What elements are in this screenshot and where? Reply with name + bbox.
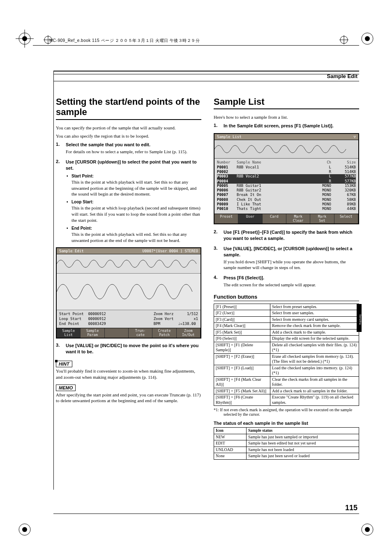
table-header: Number Sample Name Ch Size: [217, 160, 356, 164]
intro-text: You can specify the portion of the sampl…: [56, 125, 201, 131]
page-rule: [53, 71, 359, 74]
page-header-title: Sample Edit: [327, 73, 357, 79]
bullet-item: Start Point: This is the point at which …: [66, 174, 201, 198]
register-mark: [339, 35, 348, 44]
fkey-create-patch: Create Patch: [152, 328, 176, 338]
svg-point-5: [365, 36, 370, 41]
step-item: Use [F1 (Preset)]–[F3 (Card)] to specify…: [214, 229, 359, 242]
table-row: EDITSample has been edited but not yet s…: [214, 440, 359, 447]
table-row: [SHIFT] + [F4 (Mark Clear All)]Clear the…: [214, 376, 359, 388]
fkey-mark-set: Mark Set: [310, 214, 334, 223]
function-buttons-table: [F1 (Preset)]Select from preset samples.…: [214, 304, 359, 406]
step-item: Select the sample that you want to edit.…: [56, 142, 201, 155]
table-row: [F3 (Card)]Select from memory card sampl…: [214, 316, 359, 323]
table-row: [F2 (User)]Select from user samples.: [214, 310, 359, 317]
waveform-zoom: [57, 274, 201, 310]
right-column: Sample List Here's how to select a sampl…: [214, 97, 359, 460]
bullet-item: Loop Start: This is the point at which l…: [66, 200, 201, 223]
hint-icon: HINT: [56, 361, 72, 367]
left-margin-rule: [53, 71, 54, 490]
heading-rule: [214, 301, 359, 301]
fkey-truncate: Trun- cate: [129, 328, 152, 338]
sshot-title-left: Sample Edit: [59, 249, 84, 253]
step-head: Use [F1 (Preset)]–[F3 (Card)] to specify…: [224, 229, 359, 242]
fkey-zoom: Zoom In/Out: [177, 328, 201, 338]
step-head: In the Sample Edit screen, press [F1 (Sa…: [224, 123, 359, 129]
bullet-desc: This is the point at which playback will…: [71, 231, 201, 244]
page-rule: [53, 81, 359, 81]
heading-rule: [56, 119, 201, 120]
left-column: Setting the start/end points of the samp…: [56, 97, 201, 460]
table-row: P0002R514KB: [217, 170, 356, 174]
crop-mark: [16, 30, 34, 48]
table-row: P0010Thats TightMONO44KB: [217, 207, 356, 211]
waveform-preview: [214, 140, 358, 159]
header-rule: [33, 45, 359, 46]
step-head: Use [VALUE], [INC/DEC], or [CURSOR (up/d…: [224, 246, 359, 258]
bullet-label: Start Point:: [71, 174, 94, 178]
col-header: Sample status: [247, 428, 359, 434]
fkey-select: Select: [334, 214, 358, 223]
hint-body: You'll probably find it convenient to zo…: [56, 368, 201, 380]
crop-mark: [358, 520, 376, 539]
fkey-sample-param: Sample Param: [81, 328, 104, 338]
svg-point-7: [22, 527, 27, 532]
table-row: [F5 (Mark Set)]Add a check mark to the s…: [214, 329, 359, 336]
intro-text: Here's how to select a sample from a lis…: [214, 114, 359, 120]
table-row: P0006R8B Guitar2MONO320KB: [217, 188, 356, 193]
step-body: If you hold down [SHIFT] while you opera…: [224, 259, 359, 271]
waveform-overview: [57, 254, 201, 274]
fkey-card: Card: [263, 214, 286, 223]
screenshot-sample-edit: Sample Edit U0007*[User 0004 ] STEREO St…: [56, 247, 201, 339]
step-item: In the Sample Edit screen, press [F1 (Sa…: [214, 123, 359, 129]
subheading-status: The status of each sample in the sample …: [214, 421, 359, 426]
dropdown-icon: ▽: [354, 135, 356, 139]
table-row: [F1 (Preset)]Select from preset samples.: [214, 304, 359, 310]
table-row: P0009I Like ThatMONO89KB: [217, 202, 356, 207]
bullet-item: End Point: This is the point at which pl…: [66, 226, 201, 244]
page-number-rule: [53, 514, 359, 514]
step-item: Press [F6 (Select)]. The edit screen for…: [214, 275, 359, 288]
table-row: [F4 (Mark Clear)]Remove the check mark f…: [214, 323, 359, 329]
footnote: *1: If not even check mark is assigned, …: [214, 408, 359, 417]
section-heading-sample-list: Sample List: [214, 97, 359, 107]
table-row: P0007Break It OnMONO67KB: [217, 193, 356, 197]
table-row: [SHIFT] + [F5 (Mark Set All)]Add a check…: [214, 388, 359, 394]
step-head: Use [VALUE] or [INC/DEC] to move the poi…: [66, 343, 201, 355]
sshot-title-right: U0007*[User 0004 ] STEREO: [143, 249, 198, 253]
section-heading-startend: Setting the start/end points of the samp…: [56, 97, 201, 117]
screenshot-sample-list: Sample List ▽ Number Sample Name Ch Size…: [214, 133, 359, 224]
fkey-user: User: [238, 214, 262, 223]
book-header: MC-909_Ref_e.book 115 ページ ２００５年３月１日 火曜日 …: [49, 38, 200, 44]
crop-mark: [16, 520, 34, 539]
table-row: [F6 (Select)]Display the edit screen for…: [214, 336, 359, 342]
bullet-desc: This is the point at which playback will…: [71, 179, 201, 198]
step-item: Use [VALUE] or [INC/DEC] to move the poi…: [56, 343, 201, 355]
bullet-desc: This is the point at which loop playback…: [71, 205, 201, 223]
sshot-params-left: Start Point 00006912 Loop Start 00006912…: [59, 312, 106, 326]
subheading-function-buttons: Function buttons: [214, 294, 359, 300]
sshot-params-right: Zoom Horz 1/512 Zoom Vert x1 BPM ♩=138.0…: [154, 312, 198, 326]
fkey-blank: [105, 328, 129, 338]
step-item: Use [VALUE], [INC/DEC], or [CURSOR (up/d…: [214, 246, 359, 271]
step-body: The edit screen for the selected sample …: [224, 282, 359, 288]
step-item: Use [CURSOR (up/down)] to select the poi…: [56, 159, 201, 243]
table-row: NoneSample has just been saved or loaded: [214, 453, 359, 460]
step-head: Select the sample that you want to edit.: [66, 142, 201, 148]
fkey-sample-list: Sample List: [57, 328, 81, 338]
col-header: Icon: [214, 428, 247, 434]
fkey-mark-clear: Mark Clear: [286, 214, 310, 223]
table-row: [SHIFT] + [F6 (Create Rhythm)]Execute "C…: [214, 394, 359, 406]
table-row: P0003R8B Vocal2L577KB: [217, 174, 356, 179]
crop-mark: [358, 30, 376, 48]
bullet-label: End Point:: [71, 226, 92, 230]
intro-text: You can also specify the region that is …: [56, 133, 201, 139]
table-row: UNLOADSample has not been loaded: [214, 447, 359, 453]
heading-rule: [214, 108, 359, 109]
table-row: P0004R577KB: [217, 179, 356, 184]
memo-icon: MEMO: [56, 385, 76, 391]
step-body: For details on how to select a sample, r…: [66, 149, 201, 155]
bullet-label: Loop Start:: [71, 200, 93, 204]
step-head: Press [F6 (Select)].: [224, 275, 359, 281]
table-row: P0001R8B Vocal1L514KB: [217, 165, 356, 170]
